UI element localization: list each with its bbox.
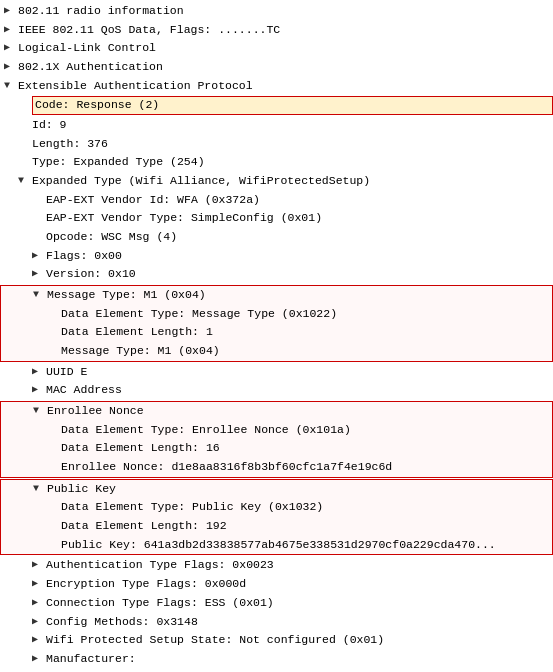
label-version: Version: 0x10 — [46, 266, 553, 283]
length: Length: 376 — [0, 135, 553, 154]
arrow-msg-type-val — [47, 343, 61, 344]
label-qos-data: IEEE 802.11 QoS Data, Flags: .......TC — [18, 22, 553, 39]
opcode: Opcode: WSC Msg (4) — [0, 228, 553, 247]
label-eap-ext-vendor-type: EAP-EXT Vendor Type: SimpleConfig (0x01) — [46, 210, 553, 227]
arrow-de-length-pubkey — [47, 518, 61, 519]
label-type: Type: Expanded Type (254) — [32, 154, 553, 171]
label-de-type-msg: Data Element Type: Message Type (0x1022) — [61, 306, 552, 323]
arrow-code — [18, 96, 32, 97]
label-public-key-group: Public Key — [47, 481, 552, 498]
enc-type-flags[interactable]: Encryption Type Flags: 0x000d — [0, 575, 553, 594]
uuid-e[interactable]: UUID E — [0, 363, 553, 382]
expanded-type[interactable]: Expanded Type (Wifi Alliance, WifiProtec… — [0, 172, 553, 191]
de-type-msg: Data Element Type: Message Type (0x1022) — [1, 305, 552, 324]
eap-ext-vendor-type: EAP-EXT Vendor Type: SimpleConfig (0x01) — [0, 209, 553, 228]
label-id: Id: 9 — [32, 117, 553, 134]
msg-type-group[interactable]: Message Type: M1 (0x04) — [1, 286, 552, 305]
arrow-uuid-e[interactable] — [32, 364, 46, 380]
arrow-expanded-type[interactable] — [18, 173, 32, 189]
arrow-conn-type-flags[interactable] — [32, 595, 46, 611]
model-name[interactable]: Model Name: — [0, 669, 553, 672]
label-enc-type-flags: Encryption Type Flags: 0x000d — [46, 576, 553, 593]
arrow-mac-address[interactable] — [32, 382, 46, 398]
arrow-msg-type-group[interactable] — [33, 287, 47, 303]
arrow-auth-8021x[interactable] — [4, 59, 18, 75]
llc[interactable]: Logical-Link Control — [0, 39, 553, 58]
label-config-methods: Config Methods: 0x3148 — [46, 614, 553, 631]
label-enrollee-nonce-group: Enrollee Nonce — [47, 403, 552, 420]
boxed-group-enrollee-nonce-group: Enrollee NonceData Element Type: Enrolle… — [0, 401, 553, 478]
arrow-length — [18, 136, 32, 137]
label-expanded-type: Expanded Type (Wifi Alliance, WifiProtec… — [32, 173, 553, 190]
label-auth-8021x: 802.1X Authentication — [18, 59, 553, 76]
qos-data[interactable]: IEEE 802.11 QoS Data, Flags: .......TC — [0, 21, 553, 40]
packet-tree: 802.11 radio informationIEEE 802.11 QoS … — [0, 0, 553, 672]
arrow-wps-state[interactable] — [32, 632, 46, 648]
label-de-length-pubkey: Data Element Length: 192 — [61, 518, 552, 535]
label-de-length-nonce: Data Element Length: 16 — [61, 440, 552, 457]
enrollee-nonce-group[interactable]: Enrollee Nonce — [1, 402, 552, 421]
type: Type: Expanded Type (254) — [0, 153, 553, 172]
label-opcode: Opcode: WSC Msg (4) — [46, 229, 553, 246]
label-manufacturer: Manufacturer: — [46, 651, 553, 668]
label-pubkey-val: Public Key: 641a3db2d33838577ab4675e3385… — [61, 537, 552, 554]
arrow-qos-data[interactable] — [4, 22, 18, 38]
conn-type-flags[interactable]: Connection Type Flags: ESS (0x01) — [0, 594, 553, 613]
label-de-type-pubkey: Data Element Type: Public Key (0x1032) — [61, 499, 552, 516]
label-conn-type-flags: Connection Type Flags: ESS (0x01) — [46, 595, 553, 612]
auth-8021x[interactable]: 802.1X Authentication — [0, 58, 553, 77]
manufacturer[interactable]: Manufacturer: — [0, 650, 553, 669]
arrow-eap-ext-vendor-type — [32, 210, 46, 211]
auth-type-flags[interactable]: Authentication Type Flags: 0x0023 — [0, 556, 553, 575]
de-length-msg: Data Element Length: 1 — [1, 323, 552, 342]
flags[interactable]: Flags: 0x00 — [0, 247, 553, 266]
de-length-nonce: Data Element Length: 16 — [1, 439, 552, 458]
label-eap-ext-vendor-id: EAP-EXT Vendor Id: WFA (0x372a) — [46, 192, 553, 209]
arrow-radio-info[interactable] — [4, 3, 18, 19]
arrow-eap[interactable] — [4, 78, 18, 94]
arrow-manufacturer[interactable] — [32, 651, 46, 667]
label-radio-info: 802.11 radio information — [18, 3, 553, 20]
arrow-eap-ext-vendor-id — [32, 192, 46, 193]
msg-type-val: Message Type: M1 (0x04) — [1, 342, 552, 361]
radio-info[interactable]: 802.11 radio information — [0, 2, 553, 21]
arrow-de-length-msg — [47, 324, 61, 325]
boxed-group-msg-type-group: Message Type: M1 (0x04)Data Element Type… — [0, 285, 553, 362]
arrow-enrollee-nonce-group[interactable] — [33, 403, 47, 419]
label-de-type-nonce: Data Element Type: Enrollee Nonce (0x101… — [61, 422, 552, 439]
arrow-version[interactable] — [32, 266, 46, 282]
config-methods[interactable]: Config Methods: 0x3148 — [0, 613, 553, 632]
arrow-de-length-nonce — [47, 440, 61, 441]
label-length: Length: 376 — [32, 136, 553, 153]
version[interactable]: Version: 0x10 — [0, 265, 553, 284]
arrow-opcode — [32, 229, 46, 230]
arrow-nonce-val — [47, 459, 61, 460]
wps-state[interactable]: Wifi Protected Setup State: Not configur… — [0, 631, 553, 650]
arrow-config-methods[interactable] — [32, 614, 46, 630]
arrow-de-type-nonce — [47, 422, 61, 423]
label-uuid-e: UUID E — [46, 364, 553, 381]
label-auth-type-flags: Authentication Type Flags: 0x0023 — [46, 557, 553, 574]
arrow-flags[interactable] — [32, 248, 46, 264]
arrow-public-key-group[interactable] — [33, 481, 47, 497]
boxed-group-public-key-group: Public KeyData Element Type: Public Key … — [0, 479, 553, 556]
arrow-auth-type-flags[interactable] — [32, 557, 46, 573]
arrow-type — [18, 154, 32, 155]
pubkey-val: Public Key: 641a3db2d33838577ab4675e3385… — [1, 536, 552, 555]
arrow-id — [18, 117, 32, 118]
arrow-llc[interactable] — [4, 40, 18, 56]
id: Id: 9 — [0, 116, 553, 135]
arrow-enc-type-flags[interactable] — [32, 576, 46, 592]
mac-address[interactable]: MAC Address — [0, 381, 553, 400]
public-key-group[interactable]: Public Key — [1, 480, 552, 499]
label-msg-type-val: Message Type: M1 (0x04) — [61, 343, 552, 360]
eap[interactable]: Extensible Authentication Protocol — [0, 77, 553, 96]
label-mac-address: MAC Address — [46, 382, 553, 399]
label-eap: Extensible Authentication Protocol — [18, 78, 553, 95]
label-wps-state: Wifi Protected Setup State: Not configur… — [46, 632, 553, 649]
arrow-de-type-pubkey — [47, 499, 61, 500]
label-de-length-msg: Data Element Length: 1 — [61, 324, 552, 341]
de-length-pubkey: Data Element Length: 192 — [1, 517, 552, 536]
label-msg-type-group: Message Type: M1 (0x04) — [47, 287, 552, 304]
eap-ext-vendor-id: EAP-EXT Vendor Id: WFA (0x372a) — [0, 191, 553, 210]
